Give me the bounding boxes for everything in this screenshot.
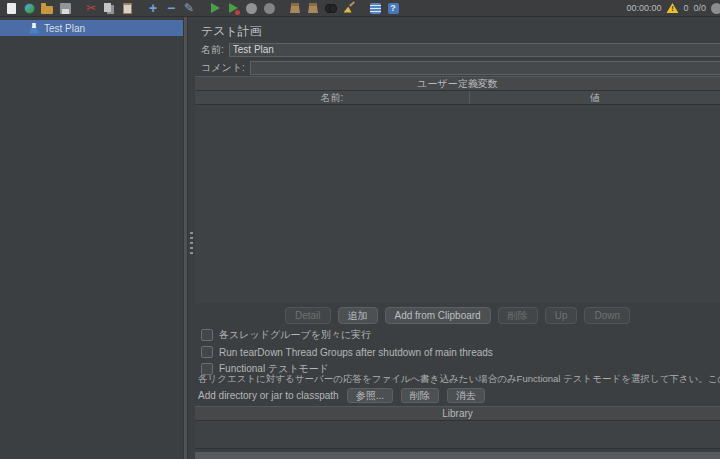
toggle-icon[interactable]: ✎ bbox=[182, 1, 196, 15]
page-title: テスト計画 bbox=[201, 23, 262, 40]
shutdown-icon[interactable] bbox=[262, 1, 276, 15]
tree-item-label: Test Plan bbox=[44, 23, 85, 34]
add-button[interactable]: 追加 bbox=[338, 307, 378, 324]
variables-table[interactable] bbox=[195, 105, 720, 303]
user-defined-variables-header: ユーザー定義変数 bbox=[195, 76, 720, 91]
elapsed-timer: 00:00:00 bbox=[626, 3, 661, 13]
library-list[interactable] bbox=[195, 421, 720, 449]
teardown-groups-checkbox[interactable] bbox=[201, 346, 213, 358]
classpath-label: Add directory or jar to classpath bbox=[198, 390, 339, 401]
help-icon[interactable]: ? bbox=[386, 1, 400, 15]
delete-button[interactable]: 削除 bbox=[498, 307, 538, 324]
checkbox-label: 各スレッドグループを別々に実行 bbox=[219, 328, 371, 342]
clear-icon[interactable] bbox=[288, 1, 302, 15]
browse-button[interactable]: 参照... bbox=[347, 388, 393, 403]
name-input[interactable] bbox=[229, 43, 720, 57]
up-button[interactable]: Up bbox=[545, 307, 578, 324]
search-icon[interactable] bbox=[324, 1, 338, 15]
classpath-clear-button[interactable]: 消去 bbox=[447, 388, 485, 403]
start-no-timers-icon[interactable] bbox=[226, 1, 240, 15]
column-name: 名前: bbox=[195, 91, 470, 104]
open-folder-icon[interactable] bbox=[40, 1, 54, 15]
clear-search-icon[interactable] bbox=[342, 1, 356, 15]
down-button[interactable]: Down bbox=[584, 307, 630, 324]
variables-buttons: Detail 追加 Add from Clipboard 削除 Up Down bbox=[195, 306, 720, 324]
functional-mode-note: 各リクエストに対するサーバーの応答をファイルへ書き込みたい場合のみFunctio… bbox=[198, 373, 720, 386]
test-plan-tree: Test Plan bbox=[0, 17, 183, 459]
save-icon[interactable] bbox=[58, 1, 72, 15]
collapse-all-icon[interactable]: − bbox=[164, 1, 178, 15]
toolbar-status: 00:00:00 ! 0 0/0 bbox=[626, 3, 716, 14]
splitter-grip-icon[interactable] bbox=[190, 232, 193, 258]
run-indicator-icon bbox=[711, 3, 720, 14]
stop-icon[interactable] bbox=[244, 1, 258, 15]
new-file-icon[interactable] bbox=[4, 1, 18, 15]
expand-all-icon[interactable]: + bbox=[146, 1, 160, 15]
run-groups-separately-checkbox[interactable] bbox=[201, 329, 213, 341]
checkbox-label: Run tearDown Thread Groups after shutdow… bbox=[219, 347, 493, 358]
toolbar: ✂ + − ✎ ? 00:00:00 ! 0 0/0 bbox=[0, 0, 720, 17]
clear-all-icon[interactable] bbox=[306, 1, 320, 15]
column-value: 値 bbox=[470, 91, 720, 104]
copy-icon[interactable] bbox=[102, 1, 116, 15]
classpath-row: Add directory or jar to classpath 参照... … bbox=[198, 387, 720, 404]
teardown-groups-row: Run tearDown Thread Groups after shutdow… bbox=[201, 345, 493, 359]
horizontal-scrollbar[interactable] bbox=[195, 452, 720, 459]
active-thread-count: 0/0 bbox=[693, 3, 706, 13]
test-plan-panel: テスト計画 名前: コメント: ユーザー定義変数 名前: 値 Detail 追加… bbox=[195, 17, 720, 459]
function-helper-icon[interactable] bbox=[368, 1, 382, 15]
paste-icon[interactable] bbox=[120, 1, 134, 15]
templates-icon[interactable] bbox=[22, 1, 36, 15]
comment-input[interactable] bbox=[250, 61, 720, 75]
variables-table-header: 名前: 値 bbox=[195, 91, 720, 105]
panel-splitter[interactable] bbox=[188, 17, 195, 459]
start-icon[interactable] bbox=[208, 1, 222, 15]
add-from-clipboard-button[interactable]: Add from Clipboard bbox=[385, 307, 491, 324]
library-header: Library bbox=[195, 406, 720, 421]
classpath-delete-button[interactable]: 削除 bbox=[401, 388, 439, 403]
detail-button[interactable]: Detail bbox=[285, 307, 331, 324]
warning-count: 0 bbox=[683, 3, 688, 13]
log-warning-icon[interactable]: ! bbox=[666, 3, 678, 13]
comment-label: コメント: bbox=[201, 61, 245, 75]
tree-item-test-plan[interactable]: Test Plan bbox=[0, 20, 183, 36]
test-plan-icon bbox=[29, 23, 39, 34]
run-groups-separately-row: 各スレッドグループを別々に実行 bbox=[201, 328, 371, 342]
cut-icon[interactable]: ✂ bbox=[84, 1, 98, 15]
name-label: 名前: bbox=[201, 43, 224, 57]
